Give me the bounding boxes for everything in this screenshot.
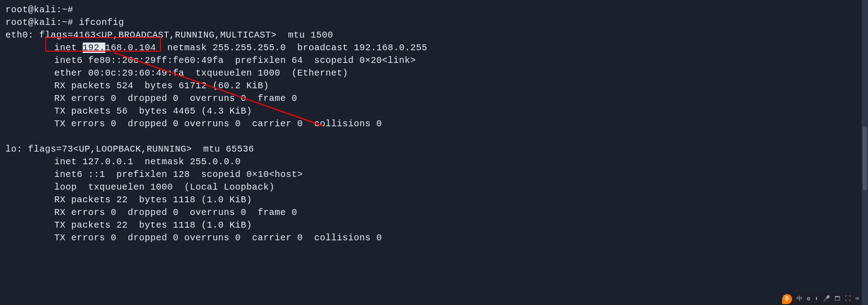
lo-tx-errors: TX errors 0 dropped 0 overruns 0 carrier…	[5, 232, 863, 244]
tray-ime-icon[interactable]: S	[782, 294, 792, 304]
eth0-tx-errors: TX errors 0 dropped 0 overruns 0 carrier…	[5, 118, 863, 130]
scrollbar-thumb[interactable]	[863, 127, 867, 190]
eth0-rx-errors: RX errors 0 dropped 0 overruns 0 frame 0	[5, 92, 863, 105]
eth0-rx-packets: RX packets 524 bytes 61712 (60.2 KiB)	[5, 80, 863, 92]
prompt-line-command: root@kali:~# ifconfig	[5, 16, 863, 29]
lo-rx-packets: RX packets 22 bytes 1118 (1.0 KiB)	[5, 194, 863, 206]
eth0-ether: ether 00:0c:29:60:49:fa txqueuelen 1000 …	[5, 67, 863, 80]
eth0-tx-packets: TX packets 56 bytes 4465 (4.3 KiB)	[5, 105, 863, 118]
tray-fullscreen-icon[interactable]: ⛶	[845, 295, 851, 303]
eth0-header: eth0: flags=4163<UP,BROADCAST,RUNNING,MU…	[5, 29, 863, 42]
lo-header: lo: flags=73<UP,LOOPBACK,RUNNING> mtu 65…	[5, 143, 863, 156]
inet-mask-broadcast: netmask 255.255.255.0 broadcast 192.168.…	[156, 43, 427, 53]
tray-settings-icon[interactable]: ⚙	[807, 295, 811, 303]
tray-mic-icon[interactable]: 🎤	[823, 295, 830, 303]
lo-rx-errors: RX errors 0 dropped 0 overruns 0 frame 0	[5, 206, 863, 219]
inet-label: inet	[54, 43, 83, 53]
lo-inet6: inet6 ::1 prefixlen 128 scopeid 0×10<hos…	[5, 168, 863, 181]
eth0-inet6: inet6 fe80::20c:29ff:fe60:49fa prefixlen…	[5, 54, 863, 67]
scrollbar-track[interactable]	[862, 0, 868, 305]
inet-ip-rest: 168.0.104	[105, 43, 156, 53]
system-tray: S 中 ⚙ ⬇ 🎤 🗔 ⛶ ⌨	[779, 293, 862, 305]
eth0-inet-line: inet 192.168.0.104 netmask 255.255.255.0…	[5, 42, 863, 54]
inet-ip-highlighted: 192.	[83, 43, 105, 53]
tray-keyboard-icon[interactable]: ⌨	[855, 295, 859, 303]
tray-lang-icon[interactable]: 中	[797, 295, 802, 303]
lo-tx-packets: TX packets 22 bytes 1118 (1.0 KiB)	[5, 219, 863, 232]
lo-loop: loop txqueuelen 1000 (Local Loopback)	[5, 181, 863, 194]
tray-download-icon[interactable]: ⬇	[815, 295, 818, 303]
prompt-line-empty: root@kali:~#	[5, 4, 863, 16]
lo-inet: inet 127.0.0.1 netmask 255.0.0.0	[5, 156, 863, 168]
tray-window-icon[interactable]: 🗔	[835, 295, 840, 303]
blank-line	[5, 130, 863, 143]
